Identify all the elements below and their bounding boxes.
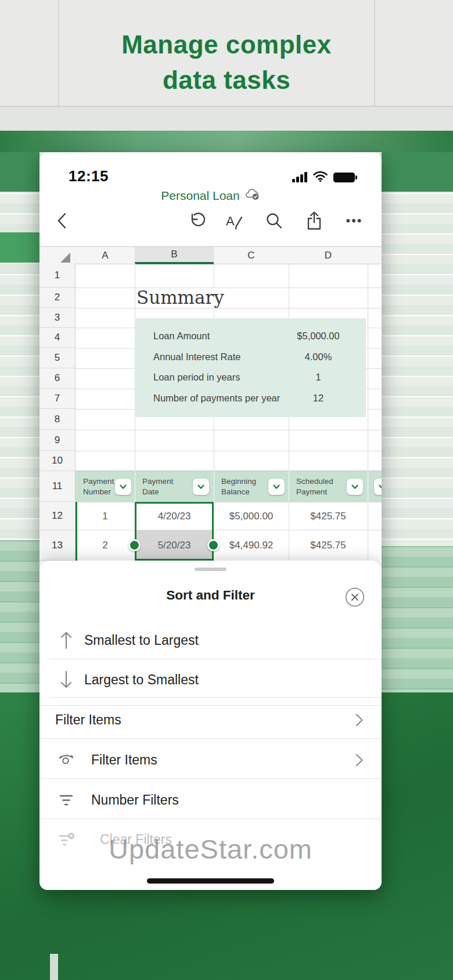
column-header-a[interactable]: A bbox=[76, 246, 135, 264]
svg-text:A: A bbox=[226, 214, 235, 228]
grid-line bbox=[135, 417, 135, 471]
row-header-12[interactable]: 12 bbox=[39, 502, 76, 530]
menu-item-label: Filter Items bbox=[55, 712, 121, 728]
cellular-signal-icon bbox=[292, 172, 307, 182]
wifi-icon bbox=[312, 170, 328, 185]
selection-left-border bbox=[76, 502, 77, 561]
grid-line bbox=[135, 263, 135, 288]
document-title-row: Personal Loan bbox=[39, 188, 382, 203]
menu-item-label: Filter Items bbox=[91, 752, 157, 768]
bg-green-cell bbox=[382, 152, 453, 192]
selection-rectangle bbox=[135, 502, 214, 561]
menu-item-label: Number Filters bbox=[91, 792, 179, 808]
more-button[interactable]: ••• bbox=[344, 210, 365, 231]
bg-green-band bbox=[0, 131, 453, 154]
menu-item-filter-items-preview[interactable]: Filter Items bbox=[39, 747, 382, 773]
column-header-b-selected[interactable]: B bbox=[135, 246, 214, 264]
bg-green-rows bbox=[382, 546, 453, 692]
menu-item-largest-to-smallest[interactable]: Largest to Smallest bbox=[39, 667, 382, 692]
section-divider bbox=[39, 705, 382, 706]
summary-value[interactable]: 1 bbox=[260, 372, 376, 383]
document-title[interactable]: Personal Loan bbox=[161, 189, 239, 203]
cell-c12[interactable]: $5,000.00 bbox=[214, 502, 289, 530]
summary-cell[interactable]: Summary bbox=[136, 287, 224, 308]
divider bbox=[39, 738, 382, 739]
arrow-up-icon bbox=[57, 630, 75, 654]
status-icons bbox=[292, 170, 357, 185]
row-header-1[interactable]: 1 bbox=[39, 263, 76, 288]
select-all-corner[interactable] bbox=[39, 246, 76, 264]
row-header-2[interactable]: 2 bbox=[39, 288, 76, 308]
hero-title-line2: data tasks bbox=[163, 66, 290, 94]
share-button[interactable] bbox=[304, 210, 325, 231]
filter-dropdown-button-partial[interactable] bbox=[374, 479, 382, 495]
summary-value[interactable]: 4.00% bbox=[260, 351, 376, 362]
menu-item-number-filters[interactable]: Number Filters bbox=[39, 787, 382, 813]
row-header-9[interactable]: 9 bbox=[39, 430, 76, 451]
row-header-4[interactable]: 4 bbox=[39, 328, 76, 348]
cell-d13[interactable]: $425.75 bbox=[289, 530, 368, 561]
summary-value[interactable]: $5,000.00 bbox=[260, 331, 376, 342]
close-button[interactable] bbox=[345, 587, 365, 607]
drag-handle[interactable] bbox=[195, 568, 227, 571]
row-header-10[interactable]: 10 bbox=[39, 451, 76, 471]
grid-line bbox=[76, 430, 382, 430]
cell-a12[interactable]: 1 bbox=[76, 502, 135, 530]
header-payment-number[interactable]: Payment Number bbox=[76, 471, 116, 502]
row-header-8[interactable]: 8 bbox=[39, 409, 76, 430]
cell-a13[interactable]: 2 bbox=[76, 530, 135, 561]
header-beginning-balance[interactable]: Beginning Balance bbox=[214, 471, 267, 502]
row-header-7[interactable]: 7 bbox=[39, 389, 76, 409]
watermark: UpdateStar.com bbox=[39, 833, 382, 865]
back-button[interactable] bbox=[52, 210, 73, 231]
grid-line bbox=[368, 471, 368, 502]
bg-green-rows bbox=[0, 540, 39, 692]
row-header-11[interactable]: 11 bbox=[39, 471, 76, 502]
divider bbox=[49, 659, 382, 659]
ellipsis-icon: ••• bbox=[346, 213, 362, 228]
selection-handle-left[interactable] bbox=[128, 539, 141, 551]
selection-handle-right[interactable] bbox=[207, 539, 220, 551]
arrow-down-icon bbox=[57, 670, 75, 693]
grid-line bbox=[214, 417, 214, 471]
grid-line bbox=[368, 263, 368, 561]
filter-lines-icon bbox=[58, 792, 74, 812]
filter-dropdown-button[interactable] bbox=[268, 479, 285, 495]
header-scheduled-payment[interactable]: Scheduled Payment bbox=[289, 471, 346, 502]
row-header-3[interactable]: 3 bbox=[39, 308, 76, 328]
divider bbox=[49, 697, 382, 698]
search-button[interactable] bbox=[264, 210, 285, 231]
cell-d12[interactable]: $425.75 bbox=[289, 502, 368, 530]
filter-dropdown-button[interactable] bbox=[193, 479, 209, 495]
divider bbox=[39, 778, 382, 779]
summary-label[interactable]: Annual Interest Rate bbox=[153, 351, 240, 362]
hero-title-line1: Manage complex bbox=[121, 30, 332, 59]
column-header-c[interactable]: C bbox=[214, 246, 289, 264]
summary-label[interactable]: Loan period in years bbox=[153, 372, 240, 383]
header-payment-date[interactable]: Payment Date bbox=[135, 471, 190, 502]
cell-c13[interactable]: $4,490.92 bbox=[214, 530, 289, 561]
menu-item-smallest-to-largest[interactable]: Smallest to Largest bbox=[39, 627, 382, 653]
filter-dropdown-button[interactable] bbox=[115, 479, 131, 495]
sheet-title: Sort and Filter bbox=[39, 588, 382, 603]
grid-line bbox=[76, 451, 382, 451]
grid-line bbox=[289, 417, 289, 471]
column-header-d[interactable]: D bbox=[289, 246, 368, 264]
phone-screen: 12:15 Personal Loan bbox=[39, 152, 382, 890]
loan-summary-box: Loan Amount $5,000.00 Annual Interest Ra… bbox=[135, 318, 366, 417]
summary-label[interactable]: Loan Amount bbox=[153, 331, 210, 342]
menu-item-label: Largest to Smallest bbox=[84, 672, 199, 688]
select-all-icon bbox=[60, 253, 70, 263]
home-indicator[interactable] bbox=[147, 878, 274, 884]
row-header-13[interactable]: 13 bbox=[39, 530, 76, 561]
filter-dropdown-button[interactable] bbox=[347, 479, 363, 495]
column-header-e-partial[interactable] bbox=[368, 246, 382, 264]
format-pen-button[interactable]: A bbox=[224, 210, 245, 231]
summary-value[interactable]: 12 bbox=[260, 393, 376, 404]
grid-line bbox=[214, 263, 214, 288]
row-header-6[interactable]: 6 bbox=[39, 368, 76, 389]
row-header-5[interactable]: 5 bbox=[39, 348, 76, 368]
battery-icon bbox=[333, 173, 358, 182]
undo-button[interactable] bbox=[185, 210, 206, 231]
menu-item-filter-items[interactable]: Filter Items bbox=[39, 707, 382, 733]
